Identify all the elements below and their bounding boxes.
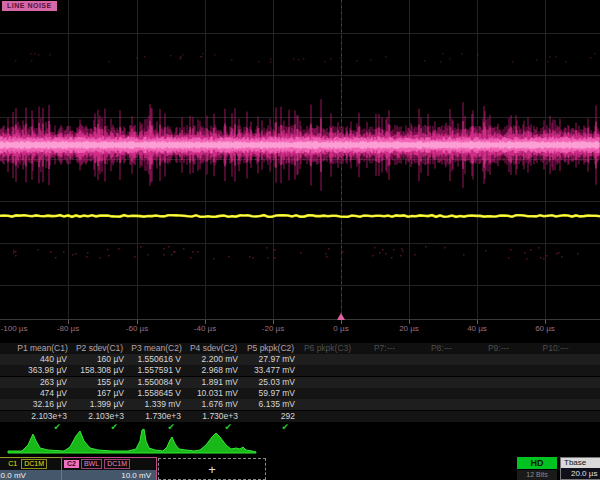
measure-header-disabled[interactable]: P8:--- bbox=[431, 343, 452, 353]
measure-header-cell[interactable]: P5 pkpk(C2) bbox=[247, 343, 294, 353]
measure-value-cell: 474 µV bbox=[40, 388, 67, 398]
measure-value-cell: 1.399 µV bbox=[90, 399, 124, 409]
measure-value-cell: 440 µV bbox=[40, 354, 67, 364]
time-axis: -100 µs-80 µs-60 µs-40 µs-20 µs0 µs20 µs… bbox=[0, 319, 600, 335]
measure-header-cell[interactable]: P1 mean(C1) bbox=[17, 343, 68, 353]
measure-header-cell[interactable]: P3 mean(C2) bbox=[131, 343, 182, 353]
c1-coupling-badge: DC1M bbox=[21, 459, 47, 469]
c2-trace-label: LINE NOISE bbox=[2, 1, 57, 11]
measure-value-cell: 1.730e+3 bbox=[145, 411, 181, 421]
measure-value-cell: 33.477 mV bbox=[254, 365, 295, 375]
timebase-descriptor[interactable]: Tbase 20.0 µs bbox=[560, 457, 600, 480]
measure-value-cell: 2.103e+3 bbox=[31, 411, 67, 421]
time-axis-label: -20 µs bbox=[262, 324, 284, 333]
timebase-title: Tbase bbox=[561, 458, 600, 468]
measure-header-cell[interactable]: P4 sdev(C2) bbox=[190, 343, 237, 353]
measure-value-cell: 6.135 mV bbox=[259, 399, 295, 409]
time-axis-label: -80 µs bbox=[57, 324, 79, 333]
trace-plot-area bbox=[0, 0, 600, 320]
time-axis-label: -60 µs bbox=[126, 324, 148, 333]
time-axis-label: -100 µs bbox=[1, 324, 28, 333]
histogram-shape bbox=[8, 429, 256, 453]
plus-icon: + bbox=[208, 462, 216, 477]
time-axis-label: 0 µs bbox=[333, 324, 348, 333]
measure-header-disabled[interactable]: P10:--- bbox=[543, 343, 569, 353]
c1-scale-value: 10.0 mV bbox=[0, 470, 61, 480]
channel-c2-descriptor[interactable]: C2 BWL DC1M 10.0 mV bbox=[61, 457, 157, 480]
measure-value-cell: 1.676 mV bbox=[202, 399, 238, 409]
measure-header-disabled[interactable]: P9:--- bbox=[488, 343, 509, 353]
measure-value-cell: 1.891 mV bbox=[202, 377, 238, 387]
time-axis-label: -40 µs bbox=[194, 324, 216, 333]
table-row: 474 µV167 µV1.558645 V10.031 mV59.97 mV bbox=[0, 388, 600, 399]
table-row: 440 µV160 µV1.550616 V2.200 mV27.97 mV bbox=[0, 354, 600, 365]
c2-name-badge: C2 bbox=[64, 460, 79, 468]
add-trace-button[interactable]: + bbox=[158, 458, 266, 480]
hd-mode-badge[interactable]: HD bbox=[517, 457, 557, 469]
measure-value-cell: 155 µV bbox=[97, 377, 124, 387]
timebase-value: 20.0 µs bbox=[561, 468, 600, 479]
table-row: 32.16 µV1.399 µV1.339 mV1.676 mV6.135 mV bbox=[0, 399, 600, 410]
c2-bwl-badge: BWL bbox=[81, 459, 102, 469]
c2-noise-trace[interactable] bbox=[0, 99, 599, 191]
measure-value-cell: 1.557591 V bbox=[138, 365, 181, 375]
measure-value-cell: 363.98 µV bbox=[28, 365, 67, 375]
measurement-table: P1 mean(C1)P2 sdev(C1)P3 mean(C2)P4 sdev… bbox=[0, 341, 600, 433]
trigger-time-marker[interactable] bbox=[337, 313, 345, 320]
measure-value-cell: 263 µV bbox=[40, 377, 67, 387]
measure-value-cell: 1.550084 V bbox=[138, 377, 181, 387]
measure-header-disabled[interactable]: P6 pkpk(C3) bbox=[304, 343, 351, 353]
measure-value-cell: 25.03 mV bbox=[259, 377, 295, 387]
time-axis-label: 40 µs bbox=[467, 324, 487, 333]
measure-value-cell: 1.730e+3 bbox=[202, 411, 238, 421]
measure-value-cell: 59.97 mV bbox=[259, 388, 295, 398]
measure-value-cell: 167 µV bbox=[97, 388, 124, 398]
measure-value-cell: 2.103e+3 bbox=[88, 411, 124, 421]
channel-c1-descriptor[interactable]: C1 DC1M 10.0 mV bbox=[0, 457, 62, 480]
measure-value-cell: 158.308 µV bbox=[80, 365, 124, 375]
c1-flat-trace[interactable] bbox=[0, 215, 600, 217]
measure-header-cell[interactable]: P2 sdev(C1) bbox=[76, 343, 123, 353]
measure-value-cell: 1.339 mV bbox=[145, 399, 181, 409]
time-axis-label: 60 µs bbox=[535, 324, 555, 333]
measure-value-cell: 1.550616 V bbox=[138, 354, 181, 364]
measure-value-cell: 2.200 mV bbox=[202, 354, 238, 364]
table-row: 2.103e+32.103e+31.730e+31.730e+3292 bbox=[0, 411, 600, 422]
c2-scale-value: 10.0 mV bbox=[62, 470, 156, 480]
table-row: P1 mean(C1)P2 sdev(C1)P3 mean(C2)P4 sdev… bbox=[0, 343, 600, 354]
measure-header-disabled[interactable]: P7:--- bbox=[374, 343, 395, 353]
measure-value-cell: 27.97 mV bbox=[259, 354, 295, 364]
measure-value-cell: 160 µV bbox=[97, 354, 124, 364]
time-axis-label: 20 µs bbox=[399, 324, 419, 333]
measure-value-cell: 292 bbox=[281, 411, 295, 421]
c1-name-badge: C1 bbox=[6, 460, 19, 468]
measure-value-cell: 10.031 mV bbox=[197, 388, 238, 398]
c2-coupling-badge: DC1M bbox=[104, 459, 130, 469]
table-row: 363.98 µV158.308 µV1.557591 V2.968 mV33.… bbox=[0, 365, 600, 376]
table-row: 263 µV155 µV1.550084 V1.891 mV25.03 mV bbox=[0, 377, 600, 388]
measure-value-cell: 32.16 µV bbox=[33, 399, 67, 409]
measure-value-cell: 2.968 mV bbox=[202, 365, 238, 375]
measure-value-cell: 1.558645 V bbox=[138, 388, 181, 398]
parameter-histogram bbox=[0, 424, 600, 460]
oscilloscope-screen: LINE NOISE -100 µs-80 µs-60 µs-40 µs-20 … bbox=[0, 0, 600, 480]
hd-bits-label: 12 Bits bbox=[517, 470, 557, 480]
